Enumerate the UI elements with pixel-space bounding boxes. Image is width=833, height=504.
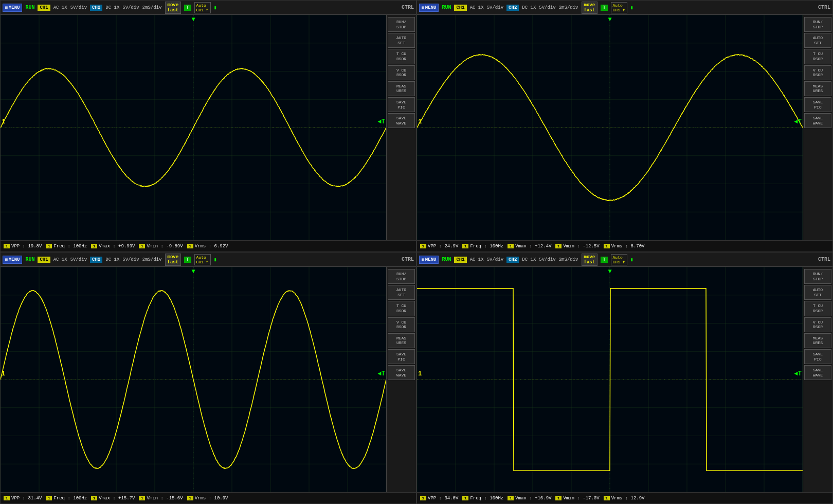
sidebar-btn-0[interactable]: RUN/ STOP [388, 17, 415, 32]
sidebar-btn-3[interactable]: V CU RSOR [388, 65, 415, 80]
ch2-vdiv: 5V/div [539, 257, 555, 262]
waveform-area: 1▼◄T [1, 15, 386, 240]
sidebar-btn-3[interactable]: V CU RSOR [804, 65, 831, 80]
trigger-top-marker: ▼ [191, 16, 195, 23]
ch2-coupling: DC 1X [105, 5, 119, 10]
sidebar-btn-4[interactable]: MEAS URES [804, 333, 831, 348]
sidebar-btn-5[interactable]: SAVE PIC [804, 97, 831, 112]
scope-panel-tr: ▦ MENU RUN CH1 AC 1X 5V/div CH2 DC 1X 5V… [416, 0, 833, 252]
footer-badge: 1 [46, 244, 52, 248]
ch1-coupling: AC 1X [53, 5, 67, 10]
scope-body: 1▼◄TRUN/ STOPAUTO SETT CU RSORV CU RSORM… [1, 267, 416, 492]
trigger-mode: AutoCH1 f [194, 2, 211, 13]
footer-text: Vrms : 8.70V [611, 244, 645, 249]
waveform-area: 1▼◄T [417, 15, 803, 240]
waveform-canvas [417, 15, 803, 240]
sidebar-btn-6[interactable]: SAVE WAVE [388, 113, 415, 128]
ch2-coupling: DC 1X [522, 5, 536, 10]
sidebar-btn-0[interactable]: RUN/ STOP [388, 269, 415, 284]
footer-text: VPP : 24.9V [428, 244, 458, 249]
sidebar-btn-5[interactable]: SAVE PIC [388, 97, 415, 112]
run-state: RUN [25, 5, 34, 10]
scope-header: ▦ MENU RUN CH1 AC 1X 5V/div CH2 DC 1X 5V… [1, 1, 416, 15]
ch1-ground-indicator: 1 [418, 118, 422, 125]
sidebar-btn-4[interactable]: MEAS URES [388, 81, 415, 96]
trigger-top-marker: ▼ [608, 16, 611, 23]
footer-badge: 1 [555, 244, 562, 248]
scope-header: ▦ MENU RUN CH1 AC 1X 5V/div CH2 DC 1X 5V… [1, 253, 416, 267]
scope-footer: 1VPP : 24.9V1Freq : 100Hz1Vmax : +12.4V1… [417, 240, 832, 251]
footer-item-4: 1Vrms : 12.9V [604, 496, 645, 501]
scope-body: 1▼◄TRUN/ STOPAUTO SETT CU RSORV CU RSORM… [1, 15, 416, 240]
ctrl-label: CTRL [402, 257, 414, 262]
waveform-canvas [1, 267, 386, 492]
footer-item-0: 1VPP : 34.0V [420, 496, 458, 501]
footer-badge: 1 [187, 496, 193, 500]
sidebar-btn-3[interactable]: V CU RSOR [804, 317, 831, 332]
ch1-badge: CH1 [454, 257, 466, 263]
footer-badge: 1 [91, 244, 97, 248]
ch2-vdiv: 5V/div [539, 5, 555, 10]
ch1-ground-indicator: 1 [2, 118, 5, 125]
footer-badge: 1 [91, 496, 97, 500]
ch1-badge: CH1 [38, 5, 50, 11]
ch2-coupling: DC 1X [522, 257, 536, 262]
scope-header: ▦ MENU RUN CH1 AC 1X 5V/div CH2 DC 1X 5V… [417, 1, 832, 15]
sidebar-btn-3[interactable]: V CU RSOR [388, 317, 415, 332]
sidebar-btn-6[interactable]: SAVE WAVE [804, 113, 831, 128]
footer-badge: 1 [139, 244, 145, 248]
ctrl-label: CTRL [402, 5, 414, 10]
menu-button[interactable]: ▦ MENU [419, 256, 439, 264]
ctrl-label: CTRL [818, 5, 830, 10]
sidebar-btn-4[interactable]: MEAS URES [388, 333, 415, 348]
trigger-top-marker: ▼ [191, 268, 195, 275]
sidebar-btn-5[interactable]: SAVE PIC [388, 349, 415, 364]
footer-text: Vmin : -9.89V [147, 244, 183, 249]
ch2-badge: CH2 [90, 5, 102, 11]
timebase: 2mS/div [559, 5, 578, 10]
sidebar-btn-1[interactable]: AUTO SET [804, 33, 831, 48]
trigger-mode: AutoCH1 f [611, 254, 627, 265]
run-state: RUN [442, 5, 451, 10]
sidebar-btn-1[interactable]: AUTO SET [388, 33, 415, 48]
ch2-badge: CH2 [506, 5, 519, 11]
sidebar-btn-0[interactable]: RUN/ STOP [804, 17, 831, 32]
move-badge: movefast [165, 254, 182, 266]
sidebar-btn-0[interactable]: RUN/ STOP [804, 269, 831, 284]
menu-button[interactable]: ▦ MENU [3, 256, 22, 264]
footer-badge: 1 [604, 496, 610, 500]
menu-button[interactable]: ▦ MENU [3, 4, 22, 12]
trigger-right-indicator: ◄T [378, 118, 385, 125]
ch1-coupling: AC 1X [470, 5, 484, 10]
scope-panel-bl: ▦ MENU RUN CH1 AC 1X 5V/div CH2 DC 1X 5V… [0, 252, 416, 504]
sidebar-btn-1[interactable]: AUTO SET [804, 285, 831, 300]
sidebar-btn-6[interactable]: SAVE WAVE [388, 365, 415, 380]
ch1-vdiv: 5V/div [70, 5, 87, 10]
sidebar-btn-2[interactable]: T CU RSOR [804, 301, 831, 316]
sidebar-btn-2[interactable]: T CU RSOR [388, 49, 415, 64]
menu-button[interactable]: ▦ MENU [419, 4, 439, 12]
footer-text: Freq : 100Hz [470, 244, 503, 249]
footer-text: Vmin : -12.5V [563, 244, 599, 249]
sidebar-btn-1[interactable]: AUTO SET [388, 285, 415, 300]
sidebar-btn-2[interactable]: T CU RSOR [388, 301, 415, 316]
scope-sidebar: RUN/ STOPAUTO SETT CU RSORV CU RSORMEAS … [386, 15, 416, 240]
sidebar-btn-4[interactable]: MEAS URES [804, 81, 831, 96]
footer-item-1: 1Freq : 100Hz [46, 244, 87, 249]
trigger-badge: T [601, 257, 607, 263]
footer-badge: 1 [139, 496, 145, 500]
sidebar-btn-5[interactable]: SAVE PIC [804, 349, 831, 364]
battery-icon: ▮ [630, 257, 633, 263]
footer-item-3: 1Vmin : -9.89V [139, 244, 183, 249]
sidebar-btn-2[interactable]: T CU RSOR [804, 49, 831, 64]
footer-badge: 1 [4, 244, 10, 248]
sidebar-btn-6[interactable]: SAVE WAVE [804, 365, 831, 380]
scope-footer: 1VPP : 31.4V1Freq : 100Hz1Vmax : +15.7V1… [1, 492, 416, 503]
footer-item-0: 1VPP : 19.8V [4, 244, 42, 249]
battery-icon: ▮ [214, 257, 217, 263]
trigger-badge: T [601, 5, 607, 11]
scope-body: 1▼◄TRUN/ STOPAUTO SETT CU RSORV CU RSORM… [417, 15, 832, 240]
footer-item-2: 1Vmax : +16.9V [508, 496, 551, 501]
footer-item-1: 1Freq : 100Hz [462, 244, 503, 249]
footer-item-0: 1VPP : 31.4V [4, 496, 42, 501]
